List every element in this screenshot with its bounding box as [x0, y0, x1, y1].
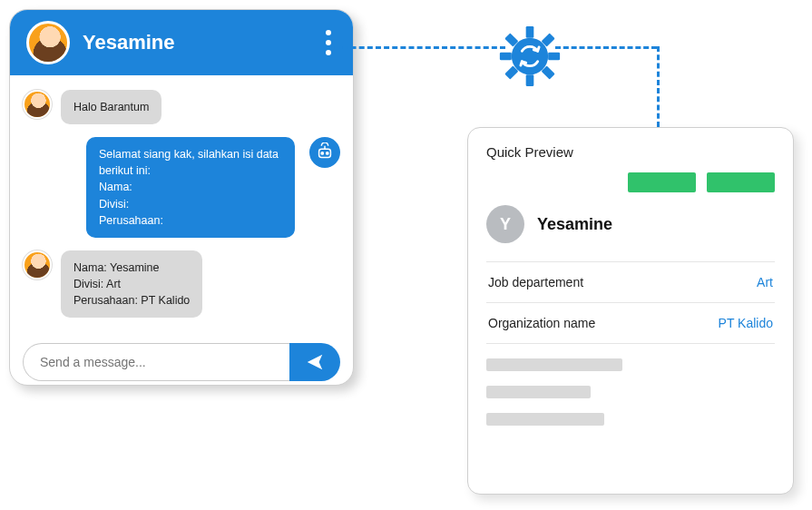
message-row: Halo Barantum [23, 90, 340, 124]
panel-title: Quick Preview [486, 144, 775, 160]
sync-gear-icon [497, 24, 563, 89]
avatar-initial: Y [486, 205, 524, 243]
field-row: Job departement Art [486, 262, 775, 303]
chat-window: Yesamine Halo Barantum Selamat siang kak… [9, 9, 354, 386]
svg-rect-5 [526, 74, 534, 86]
field-label: Organization name [488, 316, 595, 330]
message-input[interactable] [23, 343, 289, 381]
message-row: Nama: Yesamine Divisi: Art Perusahaan: P… [23, 250, 340, 318]
connector-line [555, 46, 657, 49]
field-row: Organization name PT Kalido [486, 303, 775, 344]
action-buttons [486, 172, 775, 192]
person-name: Yesamine [537, 215, 612, 234]
chat-input-row [10, 339, 353, 386]
bot-avatar-icon [309, 137, 340, 168]
quick-preview-panel: Quick Preview Y Yesamine Job departement… [467, 127, 794, 495]
message-row: Selamat siang kak, silahkan isi data ber… [23, 137, 340, 238]
more-menu-button[interactable] [320, 25, 337, 61]
svg-point-1 [321, 152, 323, 154]
action-button[interactable] [707, 172, 775, 192]
chat-body: Halo Barantum Selamat siang kak, silahka… [10, 75, 353, 339]
chat-header: Yesamine [10, 10, 353, 75]
incoming-message: Nama: Yesamine Divisi: Art Perusahaan: P… [61, 250, 202, 318]
field-label: Job departement [488, 275, 583, 289]
placeholder-line [486, 386, 591, 398]
svg-rect-7 [548, 53, 560, 61]
send-button[interactable] [289, 343, 340, 381]
svg-rect-6 [500, 53, 512, 61]
contact-name: Yesamine [83, 31, 308, 54]
svg-point-2 [327, 152, 328, 154]
incoming-message: Halo Barantum [61, 90, 161, 124]
user-avatar-icon [23, 90, 52, 119]
outgoing-message: Selamat siang kak, silahkan isi data ber… [86, 137, 295, 238]
connector-line [657, 46, 660, 127]
placeholder-line [486, 413, 604, 426]
action-button[interactable] [628, 172, 696, 192]
svg-rect-4 [526, 26, 534, 38]
contact-avatar [26, 21, 70, 64]
user-avatar-icon [23, 250, 52, 280]
send-icon [305, 352, 325, 372]
person-header: Y Yesamine [486, 205, 775, 243]
svg-point-3 [512, 38, 548, 74]
connector-line [318, 46, 505, 49]
field-value[interactable]: Art [757, 275, 773, 289]
placeholder-line [486, 358, 622, 371]
field-value[interactable]: PT Kalido [719, 316, 773, 330]
